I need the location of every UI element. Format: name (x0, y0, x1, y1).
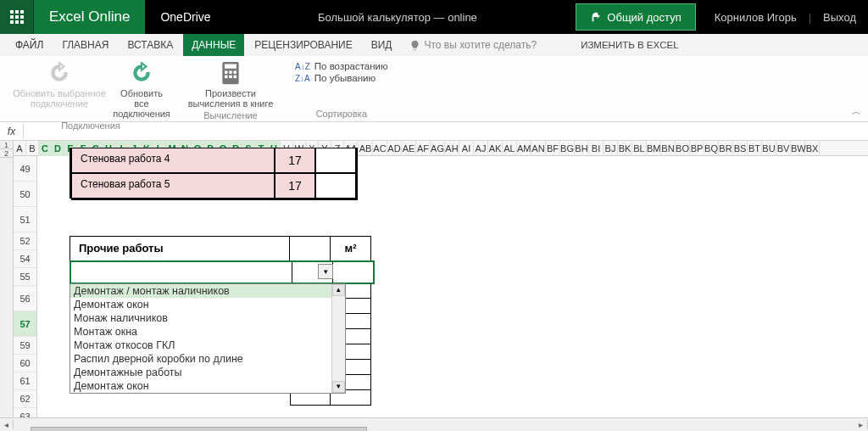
cell[interactable] (332, 262, 373, 283)
wall-work-label: Стеновая работа 5 (71, 173, 275, 199)
refresh-all-icon (131, 62, 153, 84)
tab-file[interactable]: ФАЙЛ (7, 34, 52, 56)
column-header[interactable]: AC (373, 141, 387, 156)
collapse-ribbon-button[interactable]: ︿ (852, 105, 861, 118)
dropdown-option[interactable]: Монтаж окна (70, 325, 331, 339)
dropdown-toggle-button[interactable]: ▾ (318, 264, 333, 279)
dropdown-scroll-down[interactable]: ▾ (332, 381, 345, 393)
column-header[interactable]: BP (690, 141, 704, 156)
column-header[interactable]: BO (676, 141, 690, 156)
row-header[interactable]: 52 (14, 232, 36, 250)
column-header[interactable]: AG (431, 141, 445, 156)
selected-cell-row[interactable]: ▾ (70, 260, 375, 284)
scroll-cols-right[interactable]: 2 (0, 149, 13, 158)
dropdown-list[interactable]: Демонтаж / монтаж наличниковДемонтаж око… (70, 283, 346, 394)
column-header[interactable]: D (52, 141, 64, 156)
scroll-cols-left[interactable]: 1 (0, 141, 13, 149)
column-header[interactable]: BT (748, 141, 762, 156)
row-header[interactable]: 62 (14, 390, 36, 408)
column-header[interactable]: AJ (474, 141, 488, 156)
column-header[interactable]: BM (647, 141, 661, 156)
column-header[interactable]: C (39, 141, 52, 156)
row-header[interactable]: 56 (14, 286, 36, 311)
row-header[interactable]: 57 (14, 311, 36, 337)
column-header[interactable]: BN (661, 141, 676, 156)
dropdown-cell[interactable]: ▾ (292, 262, 332, 283)
formula-input[interactable] (24, 124, 868, 139)
recalculate-button[interactable]: Произвести вычисления в книге (180, 58, 281, 109)
wall-work-value[interactable]: 17 (275, 173, 315, 199)
misc-works-title: Прочие работы (70, 236, 290, 261)
signout-link[interactable]: Выход (823, 11, 856, 24)
sort-asc-button[interactable]: A↓Z По возрастанию (295, 61, 388, 71)
column-header[interactable]: AK (488, 141, 503, 156)
lightbulb-icon (409, 40, 420, 51)
column-header[interactable]: AE (402, 141, 416, 156)
row-header[interactable]: 50 (14, 182, 36, 207)
onedrive-link[interactable]: OneDrive (145, 0, 225, 34)
dropdown-scroll-up[interactable]: ▴ (332, 284, 345, 296)
share-button[interactable]: Общий доступ (576, 3, 695, 31)
column-header[interactable]: BL (632, 141, 647, 156)
hscroll-thumb[interactable] (31, 427, 367, 432)
column-header[interactable]: BG (560, 141, 575, 156)
column-header[interactable]: BV (776, 141, 791, 156)
hscroll-right-button[interactable]: ▸ (854, 420, 868, 429)
wall-work-empty-cell[interactable] (315, 148, 356, 173)
column-header[interactable]: AF (416, 141, 431, 156)
row-header[interactable]: 51 (14, 207, 36, 232)
column-header[interactable]: BQ (704, 141, 719, 156)
tab-review[interactable]: РЕЦЕНЗИРОВАНИЕ (246, 34, 360, 56)
column-header[interactable]: BW (791, 141, 805, 156)
dropdown-option[interactable]: Демонтаж окон (70, 379, 331, 393)
column-header[interactable]: BX (805, 141, 820, 156)
wall-work-value[interactable]: 17 (275, 148, 315, 173)
column-header[interactable]: AD (387, 141, 402, 156)
tab-view[interactable]: ВИД (363, 34, 401, 56)
dropdown-option[interactable]: Распил дверной коробки по длине (70, 352, 331, 366)
edit-in-excel-button[interactable]: ИЗМЕНИТЬ В EXCEL (572, 34, 687, 56)
row-header[interactable]: 55 (14, 268, 36, 286)
column-header[interactable]: AN (531, 141, 546, 156)
dropdown-option[interactable]: Демонтаж / монтаж наличников (70, 284, 331, 298)
column-header[interactable]: A (14, 141, 26, 156)
dropdown-option[interactable]: Демонтаж окон (70, 298, 331, 311)
wall-work-empty-cell[interactable] (315, 173, 356, 199)
row-header[interactable]: 59 (14, 337, 36, 355)
column-header[interactable]: BK (618, 141, 632, 156)
column-header[interactable]: BH (575, 141, 589, 156)
column-header[interactable]: AM (517, 141, 531, 156)
user-name[interactable]: Корнилов Игорь (715, 11, 797, 24)
column-header[interactable]: BI (589, 141, 604, 156)
tab-home[interactable]: ГЛАВНАЯ (53, 34, 117, 56)
dropdown-option[interactable]: Монаж наличников (70, 311, 331, 325)
tab-data[interactable]: ДАННЫЕ (183, 34, 244, 56)
column-header[interactable]: B (26, 141, 39, 156)
column-header[interactable]: AL (503, 141, 517, 156)
dropdown-option[interactable]: Монтаж откосов ГКЛ (70, 339, 331, 352)
row-header[interactable]: 49 (14, 156, 36, 182)
app-launcher-button[interactable] (0, 0, 34, 34)
column-header[interactable]: BR (719, 141, 733, 156)
sort-desc-button[interactable]: Z↓A По убыванию (295, 73, 388, 83)
column-header[interactable]: BS (733, 141, 748, 156)
tell-me-search[interactable]: Что вы хотите сделать? (409, 39, 537, 51)
refresh-all-button[interactable]: Обновить все подключения (110, 58, 173, 119)
column-header[interactable]: AB (359, 141, 373, 156)
row-header[interactable]: 61 (14, 372, 36, 390)
column-header[interactable]: AH (445, 141, 459, 156)
column-header[interactable]: BU (762, 141, 776, 156)
row-header[interactable]: 54 (14, 250, 36, 268)
share-icon (590, 11, 602, 23)
chevron-up-icon: ︿ (852, 106, 861, 116)
hscroll-left-button[interactable]: ◂ (0, 420, 14, 429)
column-header[interactable]: AI (459, 141, 474, 156)
column-header[interactable]: BJ (604, 141, 618, 156)
dropdown-scrollbar-track[interactable] (332, 296, 345, 381)
active-cell[interactable] (71, 262, 292, 283)
column-header[interactable]: BF (546, 141, 560, 156)
row-header[interactable]: 63 (14, 408, 36, 417)
tab-insert[interactable]: ВСТАВКА (119, 34, 181, 56)
row-header[interactable]: 60 (14, 355, 36, 372)
dropdown-option[interactable]: Демонтажные работы (70, 366, 331, 379)
